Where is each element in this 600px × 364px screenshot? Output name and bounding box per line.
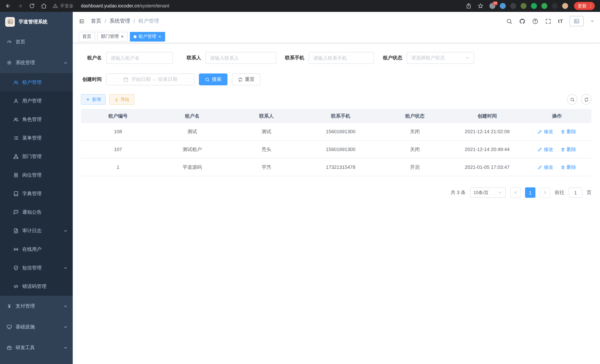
reset-button[interactable]: 重置 [232,74,261,85]
sidebar-toggle-button[interactable] [79,18,85,24]
extension-chat-icon[interactable] [541,3,547,9]
sidebar-item-menu[interactable]: 菜单管理 [0,129,73,147]
mobile-input[interactable] [309,52,374,64]
share-icon[interactable] [466,3,472,9]
sidebar-item-post[interactable]: 岗位管理 [0,166,73,184]
sidebar-item-role[interactable]: 角色管理 [0,110,73,129]
update-button[interactable]: 更新 [574,2,595,10]
badge-icon [13,173,19,178]
extension-dark-icon[interactable] [510,3,516,9]
refresh-icon [238,77,243,82]
shield-icon [13,265,19,271]
sidebar-item-notice[interactable]: 通知公告 [0,203,73,222]
extension-blue-icon[interactable] [500,3,506,9]
edit-button[interactable]: 修改 [538,164,553,170]
tenant-name-input[interactable] [106,52,173,64]
page-1-button[interactable]: 1 [525,187,535,198]
fullscreen-icon[interactable] [545,18,551,24]
tab-tenant[interactable]: 租户管理 [130,32,165,41]
sidebar-item-dev-tool[interactable]: 研发工具 [0,337,73,358]
refresh-table-button[interactable] [581,94,591,105]
page-size-select[interactable]: 10条/页 [470,187,506,198]
help-icon[interactable] [532,18,538,24]
sidebar-item-home[interactable]: 首页 [0,32,73,52]
sidebar-item-user[interactable]: 用户管理 [0,92,73,110]
edit-icon [538,165,542,169]
sidebar-item-dept[interactable]: 部门管理 [0,147,73,166]
mobile-label: 联系手机 [283,55,304,61]
total-count: 共 3 条 [451,189,466,196]
next-page-button[interactable] [540,187,550,198]
delete-button[interactable]: 删除 [561,164,576,170]
infra-icon [7,324,12,329]
add-button[interactable]: 新增 [81,94,106,105]
delete-button[interactable]: 删除 [561,146,576,153]
close-tab-icon[interactable] [121,35,124,38]
edit-button[interactable]: 修改 [538,146,553,153]
tenant-status-label: 租户状态 [381,55,402,61]
filter-mobile: 联系手机 [283,52,374,64]
sidebar-item-online-user[interactable]: 在线用户 [0,240,73,259]
tab-dept[interactable]: 部门管理 [97,32,128,41]
app-logo[interactable]: 芋道管理系统 [0,12,73,32]
users-icon [13,80,19,85]
search-button[interactable]: 搜索 [199,74,227,85]
signal-icon [13,247,19,252]
back-button[interactable] [5,3,11,9]
edit-icon [538,147,542,152]
sidebar-item-dict[interactable]: 字典管理 [0,184,73,203]
reload-button[interactable] [29,3,35,9]
breadcrumb-item: 租户管理 [138,18,159,25]
chat-icon [13,210,19,215]
tenant-id-cell: 107 [81,140,155,158]
date-start-input[interactable]: 开始日期 [131,76,151,83]
extension-green-circle-icon[interactable] [531,3,537,9]
goto-page-input[interactable] [569,187,582,198]
user-avatar[interactable] [570,16,584,26]
sidebar-item-infra[interactable]: 基础设施 [0,317,73,337]
contact-input[interactable] [206,52,276,64]
browser-menu-icon[interactable] [588,3,593,9]
breadcrumb-item[interactable]: 首页 [91,18,101,25]
font-size-button[interactable]: tT [558,18,563,24]
extension-dark-puzzle-icon[interactable] [552,3,558,9]
bookmark-star-icon[interactable] [478,3,484,9]
sidebar-item-sms[interactable]: 短信管理 [0,259,73,277]
create-time-label: 创建时间 [81,76,102,83]
sidebar-item-error-code[interactable]: 错误码管理 [0,277,73,296]
extension-olive-icon[interactable] [521,3,526,9]
tenant-status-select[interactable]: 请选择租户状态 [407,52,474,64]
logo-image [5,17,15,27]
tab-home[interactable]: 首页 [79,32,95,41]
trash-icon [561,147,565,152]
column-header: 联系手机 [303,109,378,123]
breadcrumb-separator: / [105,18,106,24]
sidebar-item-tenant[interactable]: 租户管理 [0,73,73,92]
prev-page-button[interactable] [510,187,521,198]
sidebar-item-pay[interactable]: 支付管理 [0,296,73,317]
toggle-search-button[interactable] [567,94,577,105]
sidebar-item-system[interactable]: 系统管理 [0,52,73,73]
search-icon[interactable] [506,18,512,24]
tree-icon [13,154,19,159]
edit-button[interactable]: 修改 [538,128,553,135]
export-button[interactable]: 导出 [110,94,134,105]
date-end-input[interactable]: 结束日期 [158,76,177,83]
created-time-cell: 2021-12-14 20:49:44 [452,140,523,158]
sidebar-item-audit-log[interactable]: 审计日志 [0,222,73,240]
phone-cell: 15601691300 [303,140,378,158]
close-tab-icon[interactable] [158,35,161,38]
table-row: 108 测试 测试 15601691300 关闭 2021-12-14 21:0… [81,123,591,140]
delete-button[interactable]: 删除 [561,128,576,135]
breadcrumb-item[interactable]: 系统管理 [110,18,130,25]
security-indicator[interactable]: 不安全 [53,3,74,9]
forward-button[interactable] [17,3,23,9]
chevron-down-icon[interactable] [590,19,594,23]
extension-puzzle-badged-icon[interactable]: 10 [489,3,495,9]
github-icon[interactable] [519,18,525,24]
date-range-picker[interactable]: 开始日期 - 结束日期 [106,74,194,85]
profile-avatar-icon[interactable] [562,3,568,9]
address-bar[interactable]: dashboard.yudao.iocoder.cn/system/tenant [81,3,169,9]
home-button[interactable] [41,3,47,9]
url-domain: dashboard.yudao.iocoder.cn [81,3,139,9]
